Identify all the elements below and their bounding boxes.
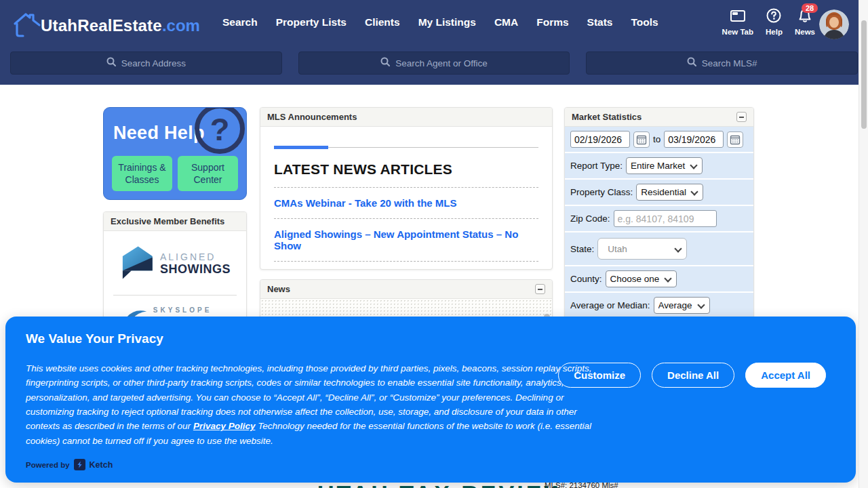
user-avatar[interactable]	[819, 9, 849, 39]
agent-office-search-placeholder: Search Agent or Office	[395, 58, 488, 68]
address-search-placeholder: Search Address	[121, 58, 186, 68]
question-mark-icon: ?	[195, 107, 245, 154]
help-button[interactable]: Help	[766, 8, 783, 36]
help-icon	[766, 8, 781, 26]
support-center-button[interactable]: Support Center	[178, 156, 238, 191]
scrollbar-thumb[interactable]	[861, 20, 867, 129]
page-scrollbar[interactable]	[859, 0, 868, 488]
collapse-icon[interactable]	[535, 284, 545, 294]
trainings-classes-button[interactable]: Trainings & Classes	[112, 156, 172, 191]
aligned-showings-icon	[119, 243, 155, 284]
news-title: News	[267, 284, 290, 294]
report-type-label: Report Type:	[570, 161, 623, 171]
need-help-card: ? Need Help Trainings & Classes Support …	[103, 107, 247, 200]
search-icon	[106, 57, 116, 69]
search-icon	[687, 57, 696, 69]
collapse-icon[interactable]	[736, 112, 747, 122]
state-label: State:	[570, 244, 594, 254]
news-count-badge: 28	[802, 3, 818, 13]
nav-item-tools[interactable]: Tools	[631, 16, 658, 28]
news-label: News	[795, 28, 815, 36]
header-actions: New Tab Help	[722, 8, 815, 36]
zip-code-label: Zip Code:	[570, 214, 610, 224]
market-stats-title: Market Statistics	[572, 112, 642, 122]
county-select[interactable]: Choose one	[606, 270, 677, 287]
privacy-banner-text: This website uses cookies and other trac…	[26, 361, 601, 448]
report-type-select[interactable]: Entire Market	[626, 157, 703, 174]
customize-button[interactable]: Customize	[558, 363, 641, 388]
logo-brand-text: UtahRealEstate	[41, 16, 162, 35]
benefits-title: Exclusive Member Benefits	[111, 216, 224, 226]
mls-search-placeholder: Search MLS#	[702, 58, 757, 68]
calendar-icon[interactable]	[633, 131, 650, 148]
page: UtahRealEstate.com Search Property Lists…	[0, 0, 868, 488]
mls-announcements-panel: MLS Announcements LATEST NEWS ARTICLES C…	[260, 107, 553, 270]
mls-number-search-input[interactable]: Search MLS#	[586, 52, 858, 75]
zip-code-input[interactable]	[614, 210, 717, 227]
skyslope-label: SKYSLOPE	[153, 306, 224, 314]
privacy-policy-link[interactable]: Privacy Policy	[193, 421, 256, 431]
house-icon	[9, 7, 41, 45]
date-from-input[interactable]	[570, 131, 630, 148]
nav-item-property-lists[interactable]: Property Lists	[276, 16, 347, 28]
decline-all-button[interactable]: Decline All	[652, 363, 734, 388]
announcements-title: MLS Announcements	[267, 112, 357, 122]
quick-search-row: Search Address Search Agent or Office	[0, 52, 868, 75]
state-select[interactable]: Utah	[597, 238, 687, 260]
help-label: Help	[766, 28, 783, 36]
powered-by-ketch[interactable]: Powered by Ketch	[26, 459, 113, 470]
news-button[interactable]: 28 News	[795, 8, 815, 36]
logo-tld-text: .com	[162, 16, 200, 35]
ketch-label: Ketch	[90, 460, 113, 470]
agent-office-search-input[interactable]: Search Agent or Office	[298, 52, 570, 75]
average-median-label: Average or Median:	[570, 300, 650, 310]
county-label: County:	[570, 274, 602, 284]
latest-news-heading: LATEST NEWS ARTICLES	[274, 161, 538, 178]
new-tab-label: New Tab	[722, 28, 753, 36]
divider	[274, 218, 538, 219]
calendar-icon[interactable]	[727, 131, 743, 148]
state-row: State: Utah	[565, 232, 753, 266]
top-navigation-bar: UtahRealEstate.com Search Property Lists…	[0, 0, 868, 85]
divider	[274, 261, 538, 262]
news-article-link-1[interactable]: CMAs Webinar - Take 20 with the MLS	[274, 197, 538, 209]
privacy-banner-title: We Value Your Privacy	[26, 331, 163, 346]
powered-by-label: Powered by	[26, 461, 70, 469]
date-to-input[interactable]	[664, 131, 724, 148]
search-icon	[380, 57, 390, 69]
main-nav: Search Property Lists Clients My Listing…	[222, 16, 658, 28]
average-median-select[interactable]: Average	[654, 297, 710, 314]
nav-item-clients[interactable]: Clients	[365, 16, 400, 28]
nav-item-my-listings[interactable]: My Listings	[418, 16, 476, 28]
showings-label: SHOWINGS	[160, 262, 231, 277]
nav-item-cma[interactable]: CMA	[494, 16, 518, 28]
average-median-row: Average or Median: Average	[565, 293, 753, 319]
report-type-row: Report Type: Entire Market	[565, 153, 753, 180]
cookie-consent-banner: We Value Your Privacy This website uses …	[5, 317, 856, 483]
county-row: County: Choose one	[565, 266, 753, 293]
nav-item-forms[interactable]: Forms	[536, 16, 568, 28]
aligned-label: ALIGNED	[160, 251, 231, 262]
date-to-label: to	[653, 134, 660, 144]
carousel-progress	[274, 146, 538, 149]
ketch-icon	[74, 459, 85, 470]
property-class-row: Property Class: Residential	[565, 180, 753, 206]
carousel-progress-fill[interactable]	[274, 146, 328, 149]
accept-all-button[interactable]: Accept All	[745, 363, 826, 388]
cookie-buttons: Customize Decline All Accept All	[558, 363, 826, 388]
property-class-select[interactable]: Residential	[636, 184, 703, 201]
property-class-label: Property Class:	[570, 187, 633, 197]
date-range-row: to	[565, 127, 753, 153]
site-logo[interactable]: UtahRealEstate.com	[9, 7, 200, 45]
new-tab-icon	[730, 8, 746, 26]
divider	[274, 187, 538, 188]
aligned-showings-logo[interactable]: ALIGNED SHOWINGS	[104, 231, 246, 295]
zip-code-row: Zip Code:	[565, 206, 753, 232]
news-article-link-2[interactable]: Aligned Showings – New Appointment Statu…	[274, 228, 538, 251]
nav-item-search[interactable]: Search	[222, 16, 258, 28]
new-tab-button[interactable]: New Tab	[722, 8, 753, 36]
address-search-input[interactable]: Search Address	[10, 52, 282, 75]
nav-item-stats[interactable]: Stats	[587, 16, 613, 28]
